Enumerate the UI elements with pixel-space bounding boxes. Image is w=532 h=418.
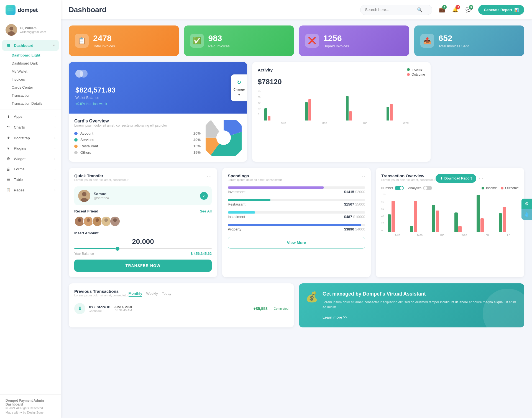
prev-title: Previous Transactions (74, 289, 129, 294)
spendings-menu[interactable]: ⋯ (360, 173, 365, 179)
card-overview-sub: Lorem ipsum dolor sit amet, consectetur … (74, 124, 201, 127)
tx-controls: Number Analytics Inc (381, 186, 519, 190)
friend-thumb-5[interactable] (110, 216, 120, 227)
sidebar-logo: dompet (0, 0, 61, 20)
va-widget: 💰 Get managed by Dompet's Virtual Assist… (299, 283, 524, 327)
tab-monthly[interactable]: Monthly (129, 291, 142, 297)
search-box: 🔍 (360, 5, 432, 15)
page-title: Dashboard (69, 6, 356, 14)
fri-outcome-bar (503, 207, 506, 232)
paid-invoices-num: 983 (208, 34, 230, 43)
nav-sub-transaction[interactable]: Transaction (12, 91, 61, 99)
charts-icon: 〜 (6, 125, 11, 130)
amount-value: 20.000 (74, 237, 212, 246)
transfer-now-button[interactable]: TRANSFER NOW (74, 260, 212, 272)
tx-bar-thu (477, 195, 497, 232)
thu-income-bar (477, 195, 480, 232)
number-toggle[interactable] (395, 186, 404, 190)
others-label: Others (80, 150, 191, 155)
slider-track[interactable] (74, 248, 212, 249)
friend-info: Samuel @sam224 (94, 192, 109, 200)
tx-item-status: Completed (274, 307, 288, 310)
sent-invoices-num: 652 (439, 34, 469, 43)
nav-sub-dashboard-light[interactable]: Dashboard Light (12, 51, 61, 59)
pie-chart (206, 120, 242, 156)
notification-btn[interactable]: 🔔 12 (450, 4, 461, 15)
nav-sub-transaction-details[interactable]: Transaction Details (12, 99, 61, 107)
friend-name: Samuel (94, 192, 109, 196)
sidebar-item-pages[interactable]: 📋 Pages › (0, 185, 61, 195)
float-water-button[interactable]: 💧 (521, 209, 532, 220)
nav-sub-cards-center[interactable]: Cards Center (12, 83, 61, 91)
user-info: Hi, William william@gmail.com (20, 26, 46, 34)
va-learn-more-link[interactable]: Learn more >> (323, 315, 347, 319)
sun-income-bar (388, 214, 391, 232)
property-bar (228, 224, 365, 226)
droplet-icon: 💧 (524, 212, 530, 217)
download-report-button[interactable]: ⬇ Download Report (436, 174, 476, 183)
insert-amount-label: Insert Amount (74, 231, 212, 235)
float-settings-button[interactable]: ⚙ (521, 199, 532, 209)
tx-title-area: Transaction Overview Lorem ipsum dolor s… (381, 173, 436, 183)
account-label: Account (80, 131, 191, 135)
stat-cards: 📋 2478 Total Invoices ✅ 983 Paid Invoice… (69, 25, 524, 56)
view-more-button[interactable]: View More (228, 237, 365, 248)
wallet-btn[interactable]: 💼 2 (437, 4, 447, 15)
main-area: Dashboard 🔍 💼 2 🔔 12 💬 5 Generate Report… (61, 0, 532, 418)
sidebar-item-table[interactable]: ☰ Table › (0, 174, 61, 185)
see-all-link[interactable]: See All (200, 209, 212, 213)
analytics-toggle-group: Analytics (408, 186, 432, 190)
apps-arrow: › (54, 115, 55, 118)
greeting: Hi, William (20, 26, 46, 30)
tx-title: Transaction Overview (381, 173, 436, 178)
sidebar-item-charts[interactable]: 〜 Charts › (0, 122, 61, 133)
chat-btn[interactable]: 💬 5 (463, 4, 474, 15)
paid-invoices-icon: ✅ (190, 34, 204, 48)
search-input[interactable] (365, 7, 415, 12)
tab-group: Monthly Weekly Today (129, 291, 172, 297)
nav-sub-dashboard-dark[interactable]: Dashboard Dark (12, 59, 61, 67)
tx-menu[interactable]: ⋯ (479, 175, 484, 181)
tx-item-amount: +$5,553 (254, 306, 268, 311)
income-legend: Income (407, 68, 425, 71)
spend-installment: Installment $487 $10000 (228, 211, 365, 220)
paid-invoices-label: Paid Invoices (208, 44, 230, 48)
topbar-icons: 💼 2 🔔 12 💬 5 (437, 4, 474, 15)
tab-today[interactable]: Today (162, 291, 172, 297)
sidebar-item-dashboard[interactable]: ⊞ Dashboard ▼ (2, 40, 59, 51)
svg-point-7 (216, 130, 231, 145)
table-icon: ☰ (6, 177, 11, 182)
slider-thumb (116, 247, 119, 251)
search-icon: 🔍 (417, 7, 423, 12)
activity-amount: $78120 (258, 78, 425, 86)
dashboard-submenu: Dashboard Light Dashboard Dark My Wallet… (0, 51, 61, 107)
download-icon: ⬇ (440, 176, 443, 180)
analytics-toggle[interactable] (423, 186, 432, 190)
analytics-toggle-knob (424, 186, 427, 190)
topbar: Dashboard 🔍 💼 2 🔔 12 💬 5 Generate Report… (61, 0, 532, 19)
wallet-badge: 2 (442, 5, 447, 9)
nav-sub-my-wallet[interactable]: My Wallet (12, 67, 61, 75)
number-toggle-group: Number (381, 186, 404, 190)
sidebar-item-apps[interactable]: ℹ Apps › (0, 111, 61, 122)
change-button[interactable]: ↻ Change ▼ (231, 75, 247, 101)
svg-point-18 (104, 218, 108, 222)
tx-bar-mon (410, 201, 430, 232)
nav-sub-invoices[interactable]: Invoices (12, 75, 61, 83)
services-pct: 40% (193, 138, 201, 142)
generate-report-button[interactable]: Generate Report 📊 (478, 5, 524, 15)
pages-arrow: › (54, 188, 55, 192)
balance-row: Your Balance $ 456,345.62 (74, 252, 212, 256)
sidebar-item-bootstrap[interactable]: ★ Bootstrap › (0, 133, 61, 143)
table-row: ⬇ XYZ Store ID Cashback June 4, 2020 05:… (74, 300, 288, 317)
widget-arrow: › (54, 157, 55, 160)
spendings-header: Spendings Lorem ipsum dolor sit amet, co… (228, 173, 365, 185)
stat-card-unpaid-invoices: ❌ 1256 Unpaid Invoices (299, 25, 409, 56)
sidebar-item-widget[interactable]: ⚙ Widget › (0, 153, 61, 164)
total-invoices-icon: 📋 (75, 34, 89, 48)
account-pct: 20% (193, 131, 201, 135)
quick-transfer-menu[interactable]: ⋯ (207, 173, 212, 179)
sidebar-item-plugins[interactable]: ♥ Plugins › (0, 143, 61, 153)
tab-weekly[interactable]: Weekly (146, 291, 158, 297)
sidebar-item-forms[interactable]: 🖨 Forms › (0, 164, 61, 174)
